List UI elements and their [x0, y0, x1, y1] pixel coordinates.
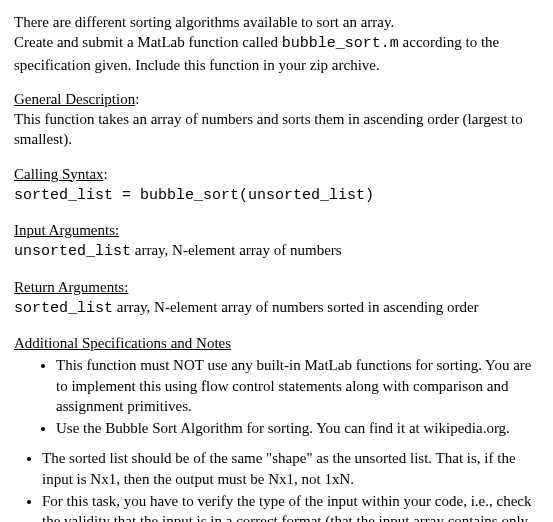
list-item: Use the Bubble Sort Algorithm for sortin… — [56, 418, 539, 438]
general-colon: : — [135, 91, 139, 107]
intro-paragraph: There are different sorting algorithms a… — [14, 12, 539, 75]
additional-heading: Additional Specifications and Notes — [14, 335, 231, 351]
list-item: The sorted list should be of the same "s… — [42, 448, 539, 489]
additional-bullets-inner: This function must NOT use any built-in … — [14, 355, 539, 438]
return-heading: Return Arguments: — [14, 279, 128, 295]
list-item: This function must NOT use any built-in … — [56, 355, 539, 416]
return-arguments-section: Return Arguments: sorted_list array, N-e… — [14, 277, 539, 320]
general-body: This function takes an array of numbers … — [14, 111, 523, 147]
list-item: For this task, you have to verify the ty… — [42, 491, 539, 522]
additional-bullets-outer: The sorted list should be of the same "s… — [14, 448, 539, 522]
general-heading: General Description — [14, 91, 135, 107]
calling-code: sorted_list = bubble_sort(unsorted_list) — [14, 187, 374, 204]
calling-colon: : — [104, 166, 108, 182]
input-code: unsorted_list — [14, 243, 131, 260]
input-desc: array, N-element array of numbers — [131, 242, 342, 258]
intro-code: bubble_sort.m — [282, 35, 399, 52]
intro-line1: There are different sorting algorithms a… — [14, 14, 394, 30]
return-desc: array, N-element array of numbers sorted… — [113, 299, 479, 315]
calling-syntax-section: Calling Syntax: sorted_list = bubble_sor… — [14, 164, 539, 207]
return-code: sorted_list — [14, 300, 113, 317]
intro-line2-pre: Create and submit a MatLab function call… — [14, 34, 282, 50]
calling-heading: Calling Syntax — [14, 166, 104, 182]
additional-section: Additional Specifications and Notes This… — [14, 333, 539, 438]
general-description-section: General Description: This function takes… — [14, 89, 539, 150]
input-heading: Input Arguments: — [14, 222, 119, 238]
input-arguments-section: Input Arguments: unsorted_list array, N-… — [14, 220, 539, 263]
